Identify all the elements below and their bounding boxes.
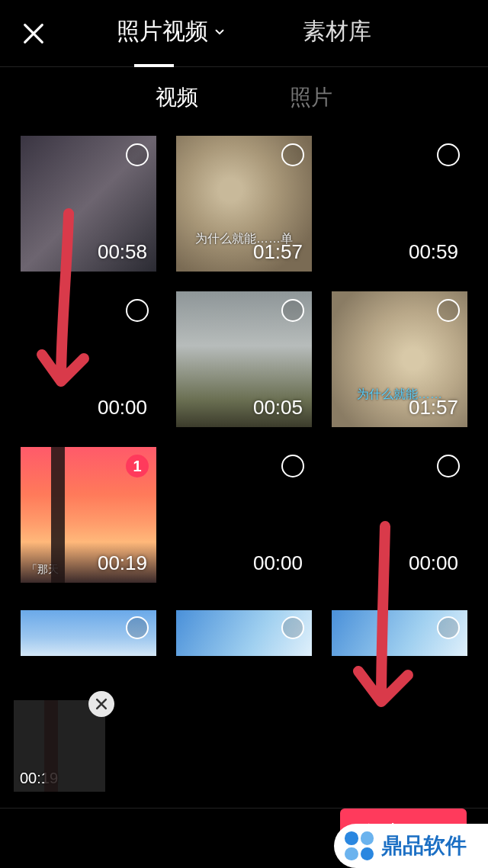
select-circle[interactable]	[126, 616, 149, 639]
video-thumb[interactable]: 00:00	[176, 447, 312, 583]
video-thumb[interactable]: 00:00	[21, 291, 156, 427]
video-duration: 00:00	[409, 551, 458, 575]
video-duration: 00:05	[253, 396, 303, 420]
tab-video[interactable]: 视频	[156, 83, 198, 112]
tab-photo-video[interactable]: 照片视频	[117, 16, 226, 50]
close-icon	[94, 696, 109, 712]
video-duration: 00:00	[253, 551, 303, 575]
video-duration: 00:00	[98, 396, 147, 420]
select-circle[interactable]	[437, 455, 460, 477]
select-circle[interactable]	[281, 299, 304, 322]
selection-tray: 00:19	[14, 700, 105, 792]
tray-item[interactable]: 00:19	[14, 700, 105, 792]
select-circle[interactable]	[437, 616, 460, 639]
video-thumb[interactable]	[21, 610, 156, 656]
video-thumb[interactable]: 00:58	[21, 136, 156, 272]
close-button[interactable]	[18, 18, 49, 49]
video-thumb[interactable]: 00:00	[332, 447, 467, 583]
video-duration: 01:57	[253, 240, 303, 264]
secondary-tabs: 视频 照片	[0, 67, 488, 128]
select-circle-selected[interactable]: 1	[126, 455, 149, 477]
watermark-badge: 鼎品软件	[334, 824, 488, 868]
chevron-down-icon	[213, 25, 226, 39]
video-duration: 00:58	[98, 240, 147, 264]
primary-tabs: 照片视频 素材库	[0, 16, 488, 50]
video-overlay-text: 「那天	[27, 563, 59, 577]
select-circle[interactable]	[281, 143, 304, 166]
video-thumb[interactable]	[332, 610, 467, 656]
tab-photo[interactable]: 照片	[290, 83, 332, 112]
select-circle[interactable]	[281, 455, 304, 477]
watermark-text: 鼎品软件	[381, 831, 467, 860]
tab-photo-video-label: 照片视频	[117, 16, 208, 47]
tab-underline	[134, 64, 174, 67]
tab-material-library-label: 素材库	[303, 16, 371, 47]
select-circle[interactable]	[437, 143, 460, 166]
video-thumb[interactable]: 为什么就能…… 01:57	[332, 291, 467, 427]
close-icon	[21, 21, 47, 47]
watermark-icon	[345, 831, 374, 860]
video-thumb[interactable]: 1 「那天 00:19	[21, 447, 156, 583]
video-duration: 01:57	[409, 396, 458, 420]
video-grid-row4	[0, 603, 488, 656]
select-circle[interactable]	[281, 616, 304, 639]
tray-duration: 00:19	[20, 770, 58, 787]
tab-material-library[interactable]: 素材库	[303, 16, 371, 50]
select-circle[interactable]	[126, 143, 149, 166]
header-bar: 照片视频 素材库	[0, 0, 488, 67]
video-grid: 00:58 为什么就能……单 01:57 00:59 00:00 00:05 为…	[0, 128, 488, 583]
select-circle[interactable]	[126, 299, 149, 322]
video-thumb[interactable]: 00:59	[332, 136, 467, 272]
video-thumb[interactable]	[176, 610, 312, 656]
select-circle[interactable]	[437, 299, 460, 322]
video-thumb[interactable]: 为什么就能……单 01:57	[176, 136, 312, 272]
video-thumb[interactable]: 00:05	[176, 291, 312, 427]
video-duration: 00:19	[98, 551, 147, 575]
remove-button[interactable]	[88, 691, 114, 717]
video-duration: 00:59	[409, 240, 458, 264]
